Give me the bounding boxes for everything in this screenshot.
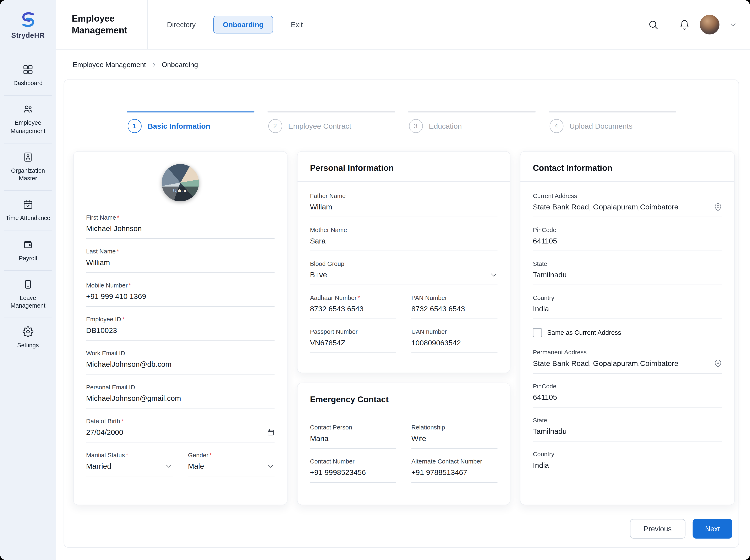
previous-button[interactable]: Previous [630, 519, 686, 538]
contact-number-field[interactable]: Contact Number +91 9998523456 [310, 458, 396, 483]
field-label: Mobile Number [86, 282, 275, 289]
field-label: First Name [86, 214, 275, 221]
form-cards-row: Upload First Name Michael Johnson Last N… [64, 133, 738, 505]
pan-number-field[interactable]: PAN Number 8732 6543 6543 [411, 294, 498, 319]
header-right [648, 0, 750, 49]
nav-tab-exit[interactable]: Exit [291, 21, 303, 28]
field-label: Work Email ID [86, 349, 275, 357]
same-as-current-address-checkbox[interactable]: Same as Current Address [533, 328, 722, 337]
mother-name-field[interactable]: Mother Name Sara [310, 226, 497, 251]
search-icon[interactable] [648, 19, 659, 30]
permanent-country-field[interactable]: Country India [533, 451, 722, 475]
photo-upload-button[interactable]: Upload [162, 164, 199, 201]
field-label: PinCode [533, 382, 722, 390]
current-pincode-field[interactable]: PinCode 641105 [533, 226, 722, 251]
field-value: Married [86, 462, 111, 471]
field-value: 27/04/2000 [86, 428, 123, 437]
step-basic-information[interactable]: 1 Basic Information [126, 112, 254, 133]
strydehr-logo-icon [17, 10, 38, 29]
sidebar-item-organization-master[interactable]: Organization Master [0, 143, 56, 191]
last-name-field[interactable]: Last Name William [86, 248, 275, 273]
sidebar-item-employee-management[interactable]: Employee Management [0, 96, 56, 143]
calendar-icon[interactable] [267, 428, 275, 436]
sidebar-item-settings[interactable]: Settings [0, 318, 56, 358]
step-education[interactable]: 3 Education [408, 112, 535, 133]
top-header: Employee Management Directory Onboarding… [56, 0, 750, 50]
notification-bell-icon[interactable] [679, 19, 690, 30]
relationship-field[interactable]: Relationship Wife [411, 424, 498, 449]
field-value: 8732 6543 6543 [411, 305, 498, 313]
field-label: Maritial Status [86, 452, 173, 459]
nav-tab-directory[interactable]: Directory [167, 21, 196, 28]
aadhaar-number-field[interactable]: Aadhaar Number 8732 6543 6543 [310, 294, 396, 319]
current-country-field[interactable]: Country India [533, 294, 722, 319]
field-value: 641105 [533, 393, 722, 402]
chevron-down-icon[interactable] [729, 21, 737, 28]
logo-block: StrydeHR [0, 0, 56, 49]
field-value: MichaelJohnson@gmail.com [86, 394, 275, 403]
wizard-footer: Previous Next [630, 519, 732, 538]
permanent-state-field[interactable]: State Tamilnadu [533, 417, 722, 441]
field-label: Gender [188, 452, 275, 459]
first-name-field[interactable]: First Name Michael Johnson [86, 214, 275, 239]
sidebar-item-dashboard[interactable]: Dashboard [0, 56, 56, 96]
sidebar-item-payroll[interactable]: Payroll [0, 231, 56, 270]
emergency-contact-card: Emergency Contact Contact Person Maria R… [297, 382, 510, 505]
gender-select[interactable]: Gender Male [188, 452, 275, 476]
sidebar-item-label: Dashboard [13, 80, 43, 87]
field-label: Date of Birth [86, 418, 275, 425]
card-title: Contact Information [520, 152, 734, 182]
main-column: Employee Management Directory Onboarding… [56, 0, 750, 560]
sidebar-item-leave-management[interactable]: Leave Management [0, 271, 56, 318]
onboarding-stepper: 1 Basic Information 2 Employee Contract … [126, 112, 676, 133]
field-value: Wife [411, 434, 498, 443]
contact-person-field[interactable]: Contact Person Maria [310, 424, 396, 449]
work-email-field[interactable]: Work Email ID MichaelJohnson@db.com [86, 349, 275, 375]
step-number: 2 [268, 119, 282, 133]
employee-id-field[interactable]: Employee ID DB10023 [86, 316, 275, 341]
permanent-address-field[interactable]: Permanent Address State Bank Road, Gopal… [533, 349, 722, 374]
aadhaar-pan-row: Aadhaar Number 8732 6543 6543 PAN Number… [310, 294, 497, 328]
date-of-birth-field[interactable]: Date of Birth 27/04/2000 [86, 418, 275, 442]
field-label: State [533, 417, 722, 424]
step-employee-contract[interactable]: 2 Employee Contract [267, 112, 395, 133]
current-state-field[interactable]: State Tamilnadu [533, 260, 722, 285]
chevron-down-icon[interactable] [267, 462, 275, 470]
sidebar-item-label: Time Attendance [6, 215, 50, 222]
checkbox-icon[interactable] [533, 328, 542, 337]
field-value: 8732 6543 6543 [310, 305, 396, 313]
location-pin-icon[interactable] [714, 360, 722, 367]
step-upload-documents[interactable]: 4 Upload Documents [549, 112, 676, 133]
nav-tab-onboarding[interactable]: Onboarding [213, 16, 273, 34]
sidebar-item-time-attendance[interactable]: Time Attendance [0, 191, 56, 231]
field-label: Passport Number [310, 328, 396, 335]
marital-status-select[interactable]: Maritial Status Married [86, 452, 173, 476]
breadcrumb-parent[interactable]: Employee Management [73, 61, 146, 68]
chevron-right-icon [151, 61, 157, 68]
gear-icon [22, 326, 34, 337]
step-label: Employee Contract [288, 122, 351, 130]
passport-number-field[interactable]: Passport Number VN67854Z [310, 328, 396, 353]
chevron-down-icon[interactable] [165, 462, 173, 470]
current-address-field[interactable]: Current Address State Bank Road, Gopalap… [533, 192, 722, 217]
user-avatar[interactable] [700, 15, 719, 34]
header-divider [147, 0, 148, 49]
location-pin-icon[interactable] [714, 203, 722, 211]
father-name-field[interactable]: Father Name Willam [310, 192, 497, 217]
field-value: State Bank Road, Gopalapuram,Coimbatore [533, 359, 678, 368]
mobile-number-field[interactable]: Mobile Number +91 999 410 1369 [86, 282, 275, 306]
step-number: 4 [549, 119, 563, 133]
field-label: Contact Person [310, 424, 396, 431]
contact-person-row: Contact Person Maria Relationship Wife [310, 424, 497, 458]
blood-group-select[interactable]: Blood Group B+ve [310, 260, 497, 285]
alternate-contact-number-field[interactable]: Alternate Contact Number +91 9788513467 [411, 458, 498, 483]
uan-number-field[interactable]: UAN number 100809063542 [411, 328, 498, 353]
passport-uan-row: Passport Number VN67854Z UAN number 1008… [310, 328, 497, 362]
personal-email-field[interactable]: Personal Email ID MichaelJohnson@gmail.c… [86, 384, 275, 408]
chevron-down-icon[interactable] [490, 271, 498, 279]
sidebar-item-label: Employee Management [3, 119, 53, 135]
sidebar-item-label: Organization Master [3, 167, 53, 182]
next-button[interactable]: Next [693, 519, 732, 538]
field-label: PinCode [533, 226, 722, 234]
permanent-pincode-field[interactable]: PinCode 641105 [533, 382, 722, 407]
